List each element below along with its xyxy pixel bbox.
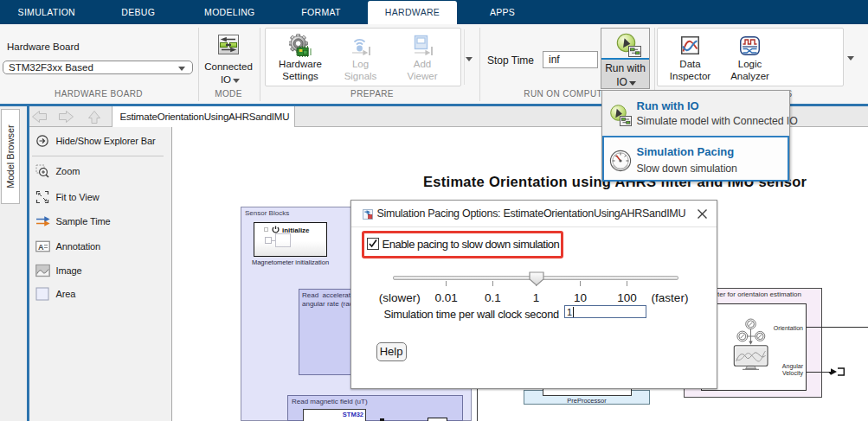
svg-text:A: A	[38, 242, 44, 251]
